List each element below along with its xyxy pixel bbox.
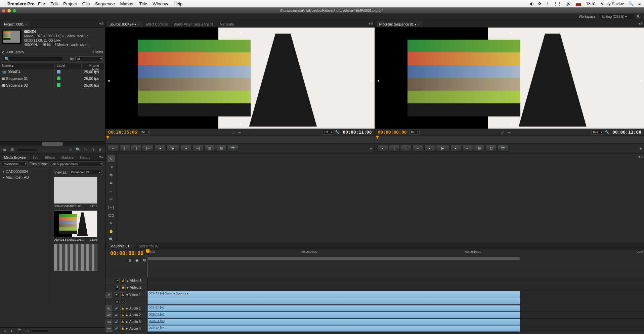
insert-button[interactable]: ⊞ [204,145,215,152]
play-button[interactable]: ▶ [436,145,449,152]
panel-menu-button[interactable]: ▾≡ [99,154,103,159]
selection-tool[interactable]: ↖ [108,155,115,162]
header-fps[interactable]: Frame Rate [82,63,105,68]
lock-button[interactable]: 🔒 [120,320,125,324]
audio-clip[interactable]: 0034E4 [A4] [147,325,520,332]
header-label[interactable]: Label [55,63,82,68]
back-button[interactable]: ◂ [2,328,7,334]
slip-tool[interactable]: |↔| [108,204,115,210]
rolling-tool[interactable]: ⇔ [108,180,115,186]
lock-button[interactable]: 🔒 [120,292,125,297]
settings-icon[interactable]: 🔧 [335,130,340,135]
lift-button[interactable]: ⊟ [474,145,485,152]
mute-button[interactable]: 🔊 [114,313,119,318]
tree-item[interactable]: ▸ CAD0003304 [1,169,49,175]
export-frame-button[interactable]: 📷 [498,145,508,152]
work-area-bar[interactable] [147,257,520,260]
step-back-button[interactable]: ◂ [424,145,435,152]
program-fit-select[interactable]: Fit [410,130,420,135]
menu-file[interactable]: File [38,1,45,6]
wifi-icon[interactable]: ⋮⋮ [553,1,561,6]
lock-button[interactable]: 🔒 [120,326,125,331]
lock-button[interactable]: 🔒 [121,285,126,290]
toggle-output-button[interactable]: 👁 [114,292,119,297]
target-v[interactable]: V [105,292,112,298]
overwrite-button[interactable]: ⊡ [216,145,227,152]
tab-media-browser[interactable]: Media Browser [1,155,30,160]
project-item[interactable]: ⊞ Sequence 01 25,00 fps [0,75,105,82]
tab-sequence-01[interactable]: Sequence 01× [107,243,136,249]
step-back-button[interactable]: ◂ [155,145,165,152]
settings-button[interactable]: ⚙ [142,258,147,263]
step-fwd-button[interactable]: ▸ [181,145,191,152]
marker-button[interactable]: ▪ [377,145,388,152]
sync-icon[interactable]: ◐ [530,1,533,6]
fwd-button[interactable]: ▸ [9,328,15,334]
add-button-icon[interactable]: + [370,146,372,151]
source-fit-select[interactable]: Fit [140,130,150,135]
target-a2[interactable]: A2 [105,312,112,318]
automate-icon[interactable]: ⎚ [68,147,73,152]
lock-button[interactable]: 🔒 [120,313,125,318]
find-icon[interactable]: 🔍 [75,147,81,152]
program-tc-current[interactable]: 00:00:00:00 [377,130,408,135]
project-item[interactable]: 📹 0034E4 25,00 fps [0,68,105,75]
goto-in-button[interactable]: |← [143,145,154,152]
selected-clip-thumb[interactable] [2,30,22,44]
goto-out-button[interactable]: →| [192,145,203,152]
menu-marker[interactable]: Marker [120,1,134,6]
media-thumb[interactable]: 060A2B3401010105...11:16 [54,177,97,208]
slide-tool[interactable]: ⊏⊐ [108,212,115,219]
panel-menu-button[interactable]: ▾≡ [638,21,643,26]
menu-window[interactable]: Window [153,1,168,6]
header-name[interactable]: Name ▴ [0,63,55,68]
new-item-icon[interactable]: 🗋 [90,147,95,152]
bluetooth-icon[interactable]: ᛒ [546,1,549,6]
safe-margins-icon[interactable]: ⊞ [230,130,235,135]
media-thumb[interactable]: 060A2B3401010105...11:08 [54,210,97,241]
clock[interactable]: 18:51 [586,1,596,6]
out-button[interactable]: } [131,145,142,152]
add-button-icon[interactable]: + [639,146,642,151]
rate-stretch-tool[interactable]: ↔ [108,188,115,194]
source-monitor-view[interactable]: ▴ ▾ ◂ ▸ [105,28,375,129]
video-clip-body[interactable] [147,297,520,304]
close-window-button[interactable] [2,9,5,12]
output-icon[interactable]: ↔ [506,130,512,135]
list-view-button[interactable]: ☰ [2,147,7,152]
out-button[interactable]: } [401,145,412,152]
razor-tool[interactable]: ✂ [108,196,115,202]
extract-button[interactable]: ⊡ [486,145,497,152]
audio-clip[interactable]: 0034E4 [A2] [147,312,520,318]
new-bin-icon[interactable]: 🗀 [83,147,88,152]
panel-menu-button[interactable]: ▾≡ [99,21,103,26]
lock-button[interactable]: 🔒 [120,306,125,311]
menu-sequence[interactable]: Sequence [95,1,115,6]
thumb-size-slider[interactable] [32,330,48,332]
panel-menu-button[interactable]: ▾≡ [369,21,373,26]
tab-history[interactable]: History [77,155,94,160]
menu-extra-icon[interactable]: ≡ [638,1,641,6]
tab-markers[interactable]: Markers [59,155,77,160]
tab-source[interactable]: Source: 0034E4 ▾× [107,21,143,27]
media-thumb[interactable] [54,244,97,272]
tab-info[interactable]: Info [30,155,42,160]
program-mini-timeline[interactable] [375,135,644,143]
pen-tool[interactable]: ✎ [108,220,115,227]
tab-effects[interactable]: Effects [42,155,58,160]
thumb-view-button[interactable]: ⊞ [24,328,30,334]
program-res-select[interactable]: Full [591,130,603,135]
zoom-window-button[interactable] [13,9,16,12]
marker-button[interactable]: ◉ [134,258,140,263]
panel-menu-button[interactable]: ▾≡ [638,154,643,159]
source-mini-timeline[interactable] [105,135,375,143]
export-frame-button[interactable]: 📷 [228,145,239,152]
snap-button[interactable]: ⊞ [127,258,132,263]
target-a4[interactable]: A4 [105,326,112,332]
mute-button[interactable]: 🔊 [114,326,119,331]
step-fwd-button[interactable]: ▸ [450,145,461,152]
track-select-tool[interactable]: ⇥ [108,163,115,170]
timeline-ruler[interactable]: 00:00 00:00:05:00 00:00:10:00 00:0 [147,249,644,264]
menu-clip[interactable]: Clip [82,1,90,6]
target-a3[interactable]: A3 [105,319,112,325]
